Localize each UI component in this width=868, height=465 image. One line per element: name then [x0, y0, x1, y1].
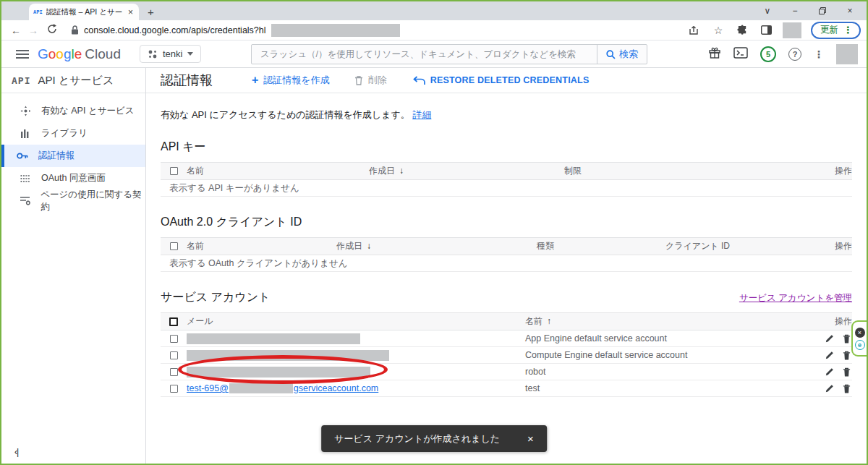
- service-account-name: App Engine default service account: [525, 333, 825, 344]
- chrome-update-button[interactable]: 更新: [820, 24, 838, 36]
- bookmark-star-icon[interactable]: ☆: [711, 25, 726, 36]
- restore-credentials-button[interactable]: RESTORE DELETED CREDENTIALS: [413, 75, 590, 85]
- product-title: API とサービス: [38, 74, 114, 88]
- delete-row-button[interactable]: [843, 351, 851, 360]
- forward-button[interactable]: →: [25, 25, 42, 36]
- sidebar-item-label: OAuth 同意画面: [41, 172, 106, 184]
- search-input[interactable]: [252, 49, 597, 59]
- address-bar[interactable]: console.cloud.google.com/apis/credential…: [71, 24, 400, 37]
- table-row: App Engine default service account: [161, 330, 852, 347]
- oauth-table: 名前 作成日↓ 種類 クライアント ID 操作 表示する OAuth クライアン…: [161, 237, 852, 272]
- sort-asc-icon: ↑: [547, 316, 551, 326]
- api-keys-table-header: 名前 作成日↓ 制限 操作: [161, 162, 852, 180]
- page-description: 有効な API にアクセスするための認証情報を作成します。 詳細: [146, 93, 867, 121]
- api-keys-empty-message: 表示する API キーがありません: [161, 180, 852, 197]
- browser-toolbar: ← → console.cloud.google.com/apis/creden…: [1, 20, 867, 40]
- free-trial-gift-button[interactable]: [708, 46, 721, 62]
- select-all-checkbox[interactable]: [169, 317, 178, 326]
- sidebar-item-credentials[interactable]: 認証情報: [1, 145, 145, 167]
- create-credentials-button[interactable]: + 認証情報を作成: [252, 74, 330, 87]
- edit-button[interactable]: [825, 351, 834, 359]
- edit-button[interactable]: [825, 334, 834, 343]
- row-checkbox[interactable]: [170, 351, 178, 359]
- row-checkbox[interactable]: [170, 368, 178, 376]
- service-account-name: Compute Engine default service account: [525, 350, 825, 360]
- extension-e-icon[interactable]: e: [855, 340, 865, 350]
- column-email[interactable]: メール: [187, 315, 525, 328]
- collapse-sidebar-button[interactable]: ‹|: [14, 447, 18, 457]
- details-link[interactable]: 詳細: [412, 109, 431, 120]
- restore-button[interactable]: [809, 1, 836, 20]
- minimize-button[interactable]: −: [781, 1, 809, 20]
- side-panel-button[interactable]: [759, 25, 773, 35]
- select-all-checkbox[interactable]: [170, 167, 178, 175]
- delete-row-button[interactable]: [843, 334, 851, 344]
- toast-message: サービス アカウントが作成されました: [334, 432, 500, 445]
- enabled-apis-icon: [20, 106, 31, 116]
- new-tab-button[interactable]: +: [148, 6, 154, 18]
- api-product-icon: API: [12, 75, 30, 86]
- column-name[interactable]: 名前: [187, 240, 336, 252]
- back-button[interactable]: ←: [7, 25, 25, 36]
- column-name[interactable]: 名前↑: [525, 315, 835, 328]
- oauth-heading: OAuth 2.0 クライアント ID: [146, 197, 867, 230]
- cloud-wordmark: Cloud: [85, 46, 121, 62]
- edit-button[interactable]: [825, 384, 834, 393]
- page-title: 認証情報: [146, 72, 213, 89]
- manage-service-accounts-link[interactable]: サービス アカウントを管理: [739, 274, 852, 304]
- column-created[interactable]: 作成日↓: [369, 165, 564, 177]
- sidebar-items: 有効な API とサービス ライブラリ 認証情報: [1, 93, 145, 212]
- email-redacted: [187, 367, 370, 377]
- column-restrictions[interactable]: 制限: [564, 165, 582, 177]
- reload-button[interactable]: [43, 24, 61, 36]
- console-search-bar: 検索: [251, 44, 647, 64]
- row-checkbox[interactable]: [170, 335, 178, 343]
- delete-button[interactable]: 削除: [354, 74, 387, 87]
- delete-row-button[interactable]: [843, 367, 851, 377]
- share-button[interactable]: [687, 25, 702, 35]
- notifications-badge[interactable]: 5: [760, 46, 776, 62]
- tab-close-icon[interactable]: ×: [127, 7, 135, 17]
- trash-icon: [843, 367, 851, 377]
- widget-close-icon[interactable]: ×: [855, 328, 865, 338]
- close-window-button[interactable]: ×: [836, 1, 864, 20]
- cloud-shell-button[interactable]: [733, 47, 748, 61]
- url-text[interactable]: console.cloud.google.com/apis/credential…: [84, 25, 266, 35]
- table-row: Compute Engine default service account: [161, 347, 852, 364]
- toast-notification: サービス アカウントが作成されました ×: [321, 425, 547, 452]
- search-button-label: 検索: [619, 48, 638, 61]
- puzzle-icon: [737, 25, 748, 35]
- window-controls: ∨ − ×: [754, 1, 864, 20]
- select-all-checkbox[interactable]: [170, 242, 178, 250]
- delete-row-button[interactable]: [843, 384, 851, 393]
- row-checkbox[interactable]: [170, 385, 178, 393]
- sidebar-item-enabled-apis[interactable]: 有効な API とサービス: [1, 100, 145, 122]
- browser-tab[interactable]: API 認証情報 – API とサービス – tenki – ×: [29, 4, 139, 20]
- lock-icon: [71, 25, 79, 35]
- service-account-email-link[interactable]: test-695@gserviceaccount.com: [187, 383, 378, 393]
- console-more-menu[interactable]: ⋮: [814, 48, 824, 60]
- project-selector[interactable]: tenki: [140, 45, 201, 63]
- toast-close-icon[interactable]: ×: [527, 432, 534, 445]
- trash-icon: [843, 334, 851, 344]
- google-cloud-logo[interactable]: Google Cloud: [38, 46, 121, 62]
- column-type[interactable]: 種類: [537, 240, 665, 252]
- search-button[interactable]: 検索: [597, 45, 647, 64]
- chrome-menu-chevron-icon[interactable]: ∨: [754, 1, 781, 20]
- column-created[interactable]: 作成日↓: [336, 240, 537, 252]
- extensions-button[interactable]: [735, 25, 749, 35]
- chrome-menu-button[interactable]: ⋮: [843, 25, 853, 35]
- account-avatar-redacted[interactable]: [836, 44, 858, 64]
- help-button[interactable]: ?: [788, 48, 801, 61]
- chevron-down-icon: [187, 52, 193, 56]
- sidebar-item-usage-agreement[interactable]: ページの使用に関する契約: [1, 189, 145, 212]
- edit-button[interactable]: [825, 367, 834, 376]
- column-client-id[interactable]: クライアント ID: [665, 240, 730, 252]
- hamburger-menu-icon[interactable]: [16, 48, 29, 61]
- profile-avatar-redacted[interactable]: [783, 22, 801, 38]
- oauth-table-header: 名前 作成日↓ 種類 クライアント ID 操作: [161, 237, 852, 255]
- sidebar-item-library[interactable]: ライブラリ: [1, 122, 145, 145]
- column-name[interactable]: 名前: [187, 165, 369, 177]
- project-icon: [148, 49, 158, 59]
- sidebar-item-oauth-consent[interactable]: OAuth 同意画面: [1, 167, 145, 189]
